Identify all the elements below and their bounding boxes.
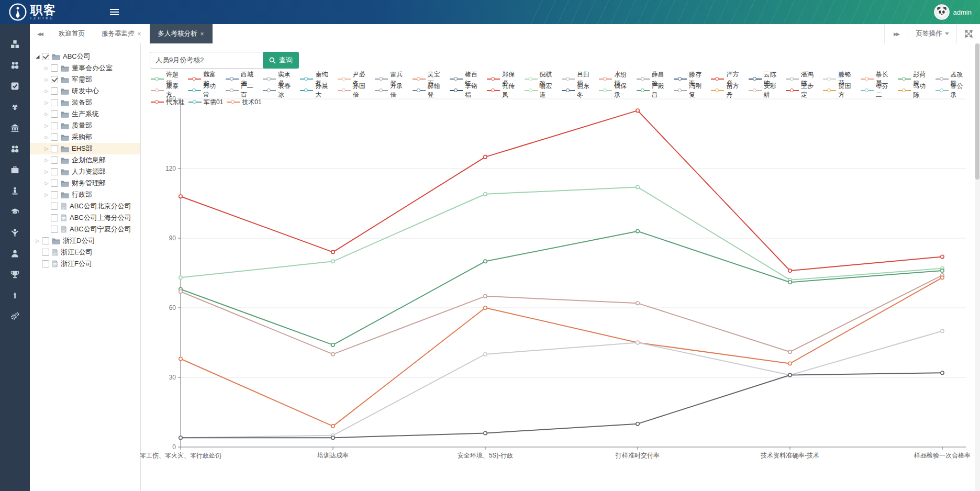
tree-expand-icon[interactable]: ▷: [43, 123, 50, 128]
legend-item-喻宏道[interactable]: 喻宏道: [525, 82, 558, 99]
tree-item-浙江D公司[interactable]: ▷浙江D公司: [30, 235, 140, 247]
user-icon[interactable]: [0, 245, 30, 262]
tabs-scroll-right-icon[interactable]: ▶▶: [884, 24, 908, 43]
tree-item-财务管理部[interactable]: ▷财务管理部: [30, 177, 140, 189]
tree-item-ABC公司[interactable]: ◢ABC公司: [30, 51, 140, 62]
tree-item-董事会办公室[interactable]: ▷董事会办公室: [30, 62, 140, 74]
tree-item-生产系统[interactable]: ▷生产系统: [30, 108, 140, 120]
tab-3[interactable]: 多人考核分析×: [150, 24, 213, 43]
tree-checkbox[interactable]: [51, 87, 58, 95]
tree-item-军需部[interactable]: ▷军需部: [30, 74, 140, 85]
page-ops-dropdown[interactable]: 页签操作: [908, 24, 956, 43]
tab-1[interactable]: 欢迎首页: [50, 24, 93, 43]
tree-expand-icon[interactable]: ▷: [43, 181, 50, 186]
tree-checkbox[interactable]: [51, 203, 58, 210]
tree-checkbox[interactable]: [51, 180, 58, 187]
tree-item-ABC公司宁夏分公司[interactable]: ABC公司宁夏分公司: [30, 224, 140, 235]
legend-item-代东桂[interactable]: 代东桂: [151, 98, 185, 107]
tree-checkbox[interactable]: [42, 249, 49, 256]
tree-expand-icon[interactable]: ▷: [43, 77, 50, 82]
legend-item-冯刚复[interactable]: 冯刚复: [674, 82, 707, 99]
legend-item-李铬福[interactable]: 李铬福: [450, 82, 483, 99]
legend-item-方承倍[interactable]: 方承倍: [375, 82, 408, 99]
tree-expand-icon[interactable]: ▷: [43, 158, 50, 163]
tab-close-icon[interactable]: ×: [138, 30, 141, 38]
legend-item-郝翰登[interactable]: 郝翰登: [413, 82, 446, 99]
page-scrollbar[interactable]: [975, 43, 980, 491]
legend-item-孔传凤[interactable]: 孔传凤: [487, 82, 520, 99]
legend-item-严殿昌[interactable]: 严殿昌: [637, 82, 670, 99]
legend-item-安彩耕[interactable]: 安彩耕: [749, 82, 782, 99]
tree-item-质量部[interactable]: ▷质量部: [30, 120, 140, 131]
legend-item-军需01[interactable]: 军需01: [188, 98, 223, 107]
tree-checkbox[interactable]: [51, 191, 58, 198]
tree-expand-icon[interactable]: ◢: [34, 54, 41, 59]
graduation-cap-icon[interactable]: [0, 203, 30, 220]
tree-checkbox[interactable]: [51, 214, 58, 221]
info-icon[interactable]: i: [0, 287, 30, 304]
check-square-icon[interactable]: [0, 77, 30, 94]
tree-checkbox[interactable]: [51, 76, 58, 83]
tree-item-企划信息部[interactable]: ▷企划信息部: [30, 154, 140, 166]
cubes-icon[interactable]: [0, 36, 30, 52]
tree-expand-icon[interactable]: ▷: [34, 238, 41, 243]
tree-expand-icon[interactable]: ▷: [43, 100, 50, 105]
legend-item-贺国方[interactable]: 贺国方: [823, 82, 856, 99]
assessment-select[interactable]: 人员9月份考核2: [150, 52, 277, 69]
legend-item-苗东冬[interactable]: 苗东冬: [562, 82, 595, 99]
legend-item-钱保承[interactable]: 钱保承: [599, 82, 632, 99]
tree-item-ABC公司北京分公司[interactable]: ABC公司北京分公司: [30, 200, 140, 212]
tab-2[interactable]: 服务器监控×: [93, 24, 150, 43]
street-view-icon[interactable]: [0, 182, 30, 199]
legend-item-袁春冰[interactable]: 袁春冰: [263, 82, 296, 99]
tree-item-浙江E公司[interactable]: 浙江E公司: [30, 247, 140, 258]
tree-checkbox[interactable]: [51, 145, 58, 152]
legend-item-苗方丹[interactable]: 苗方丹: [711, 82, 744, 99]
tree-item-ABC公司上海分公司[interactable]: ABC公司上海分公司: [30, 212, 140, 224]
tabs-scroll-left-icon[interactable]: ◀◀: [30, 24, 50, 43]
tree-checkbox[interactable]: [51, 133, 58, 141]
scrollbar-thumb[interactable]: [975, 43, 979, 180]
tree-checkbox[interactable]: [51, 64, 58, 72]
legend-item-康泰方[interactable]: 康泰方: [151, 82, 184, 99]
trophy-icon[interactable]: [0, 266, 30, 283]
tree-item-行政部[interactable]: ▷行政部: [30, 189, 140, 200]
tree-checkbox[interactable]: [51, 168, 58, 175]
fullscreen-toggle-icon[interactable]: [956, 24, 980, 43]
tree-item-浙江F公司[interactable]: 浙江F公司: [30, 258, 140, 270]
tree-checkbox[interactable]: [42, 53, 49, 60]
tree-checkbox[interactable]: [51, 122, 58, 129]
tree-checkbox[interactable]: [51, 110, 58, 118]
legend-item-岑芬二[interactable]: 岑芬二: [861, 82, 894, 99]
yen-icon[interactable]: ¥: [0, 98, 30, 115]
tree-expand-icon[interactable]: ▷: [43, 65, 50, 71]
query-button[interactable]: 查询: [263, 52, 299, 69]
legend-item-孙晨大[interactable]: 孙晨大: [300, 82, 333, 99]
briefcase-icon[interactable]: [0, 161, 30, 178]
legend-item-马功陈[interactable]: 马功陈: [898, 82, 931, 99]
tab-close-icon[interactable]: ×: [201, 30, 204, 38]
tree-checkbox[interactable]: [42, 237, 49, 244]
bank-icon[interactable]: [0, 119, 30, 136]
tree-item-装备部[interactable]: ▷装备部: [30, 97, 140, 108]
tree-item-人力资源部[interactable]: ▷人力资源部: [30, 166, 140, 177]
gears-icon[interactable]: [0, 308, 30, 325]
legend-item-鲁公承[interactable]: 鲁公承: [936, 82, 969, 99]
tree-item-采购部[interactable]: ▷采购部: [30, 131, 140, 143]
menu-toggle-icon[interactable]: [104, 0, 125, 24]
tree-expand-icon[interactable]: ▷: [43, 192, 50, 197]
tree-expand-icon[interactable]: ▷: [43, 111, 50, 117]
tree-item-研发中心[interactable]: ▷研发中心: [30, 85, 140, 97]
group-icon[interactable]: [0, 140, 30, 157]
user-menu[interactable]: admin: [934, 0, 972, 24]
team-icon[interactable]: [0, 57, 30, 73]
tree-checkbox[interactable]: [42, 260, 49, 267]
tree-expand-icon[interactable]: ▷: [43, 169, 50, 174]
legend-item-严二百[interactable]: 严二百: [226, 82, 259, 99]
legend-item-技术01[interactable]: 技术01: [227, 98, 261, 107]
tree-checkbox[interactable]: [51, 99, 58, 106]
legend-item-孙国倍[interactable]: 孙国倍: [338, 82, 371, 99]
tree-expand-icon[interactable]: ▷: [43, 146, 50, 151]
tree-expand-icon[interactable]: ▷: [43, 135, 50, 140]
tree-checkbox[interactable]: [51, 226, 58, 233]
